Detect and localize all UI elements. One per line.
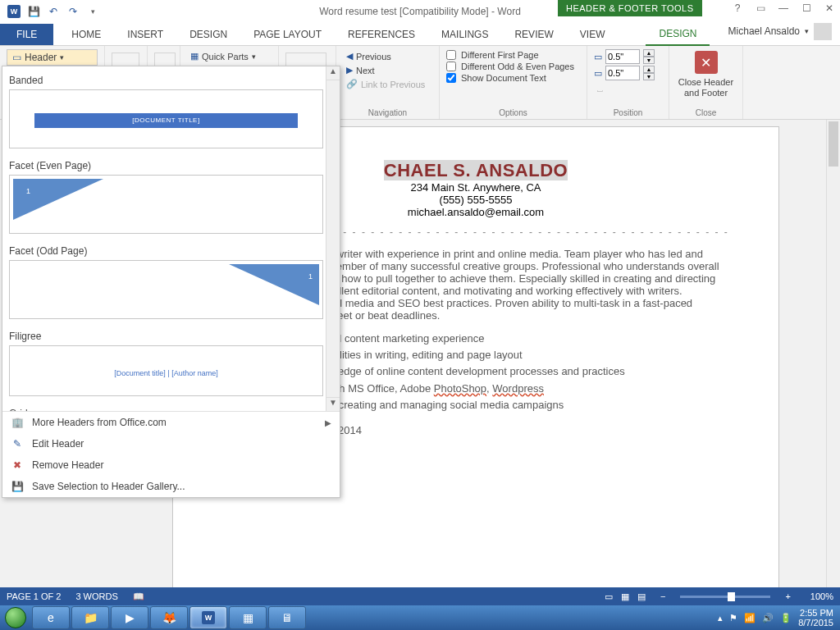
group-navigation: Navigation [336, 108, 439, 117]
link-previous-button: 🔗Link to Previous [343, 77, 432, 91]
tray-flag-icon[interactable]: ⚑ [729, 613, 737, 623]
remove-header[interactable]: ✖Remove Header [2, 454, 340, 476]
remove-icon: ✖ [11, 459, 24, 472]
taskbar-firefox[interactable]: 🦊 [150, 606, 188, 629]
spin-up[interactable]: ▲ [643, 66, 655, 73]
previous-button[interactable]: ◀Previous [343, 49, 432, 63]
header-top-input[interactable] [605, 49, 640, 64]
close-icon[interactable]: ✕ [824, 2, 835, 14]
word-count[interactable]: 3 WORDS [75, 591, 117, 601]
gallery-category: Banded [7, 70, 338, 89]
footer-bottom-icon: ▭ [594, 68, 602, 79]
help-icon[interactable]: ? [732, 2, 743, 14]
page-indicator[interactable]: PAGE 1 OF 2 [7, 591, 61, 601]
banded-title: [DOCUMENT TITLE] [34, 113, 298, 128]
facet-page-num: 1 [26, 187, 30, 195]
insert-align-tab-button[interactable]: ⎵ [594, 82, 662, 95]
gallery-item-facet-even[interactable]: 1 [9, 175, 323, 234]
review-tab[interactable]: REVIEW [501, 24, 566, 45]
references-tab[interactable]: REFERENCES [335, 24, 428, 45]
edit-icon: ✎ [11, 437, 24, 450]
account-name: Michael Ansaldo [728, 25, 800, 37]
edit-header[interactable]: ✎Edit Header [2, 433, 340, 454]
tray-volume-icon[interactable]: 🔊 [762, 613, 774, 623]
gallery-category: Grid [7, 403, 338, 411]
gallery-item-facet-odd[interactable]: 1 [9, 260, 323, 319]
app-icon: ▦ [243, 611, 253, 624]
window-title: Word resume test [Compatibility Mode] - … [319, 6, 521, 17]
insert-tab[interactable]: INSERT [114, 24, 176, 45]
gallery-item-banded[interactable]: [DOCUMENT TITLE] [9, 89, 323, 148]
gallery-item-filigree[interactable]: [Document title] | [Author name] [9, 345, 323, 396]
taskbar-app1[interactable]: ▦ [229, 606, 267, 629]
diff-first-page-checkbox[interactable]: Different First Page [446, 49, 580, 61]
vertical-scrollbar[interactable] [826, 120, 840, 587]
diff-odd-even-checkbox[interactable]: Different Odd & Even Pages [446, 61, 580, 72]
print-layout-icon[interactable]: ▦ [621, 591, 629, 602]
undo-icon[interactable]: ↶ [44, 2, 62, 21]
maximize-icon[interactable]: ☐ [801, 2, 812, 14]
design-tab[interactable]: DESIGN [176, 24, 240, 45]
header-gallery-button[interactable]: ▭Header▾ [7, 49, 98, 66]
gallery-scrollbar[interactable]: ▲▼ [326, 66, 340, 411]
tray-power-icon[interactable]: 🔋 [780, 613, 792, 623]
minimize-icon[interactable]: — [778, 2, 789, 14]
close-x-icon: ✕ [695, 51, 718, 74]
facet-page-num: 1 [308, 272, 313, 281]
home-tab[interactable]: HOME [58, 24, 114, 45]
avatar [814, 22, 832, 40]
ie-icon: e [48, 611, 54, 624]
start-button[interactable] [0, 605, 31, 630]
spin-up[interactable]: ▲ [643, 49, 655, 57]
spin-down[interactable]: ▼ [643, 57, 655, 64]
ribbon-options-icon[interactable]: ▭ [755, 2, 766, 14]
proofing-icon[interactable]: 📖 [133, 591, 144, 602]
spin-down[interactable]: ▼ [643, 73, 655, 80]
quick-parts-button[interactable]: ▦Quick Parts▾ [187, 49, 272, 63]
hf-design-tab[interactable]: DESIGN [646, 23, 710, 46]
header-gallery-dropdown: ▲▼ Banded [DOCUMENT TITLE] Facet (Even P… [2, 66, 340, 498]
header-top-icon: ▭ [594, 52, 602, 62]
qat-customize-icon[interactable]: ▾ [84, 2, 102, 21]
group-close: Close [669, 108, 742, 117]
gallery-category: Facet (Odd Page) [7, 240, 338, 260]
tray-network-icon[interactable]: 📶 [744, 613, 756, 623]
contextual-tab-label: HEADER & FOOTER TOOLS [558, 0, 702, 16]
taskbar-ie[interactable]: e [32, 606, 70, 629]
word-icon[interactable]: W [5, 2, 23, 21]
save-icon[interactable]: 💾 [25, 2, 43, 21]
more-headers-office[interactable]: 🏢More Headers from Office.com▶ [2, 412, 340, 433]
tray-expand-icon[interactable]: ▴ [718, 613, 723, 623]
media-icon: ▶ [126, 611, 135, 624]
taskbar-media[interactable]: ▶ [111, 606, 148, 629]
redo-icon[interactable]: ↷ [64, 2, 82, 21]
zoom-slider[interactable] [680, 596, 770, 598]
filigree-text: [Document title] | [Author name] [10, 369, 322, 377]
monitor-icon: 🖥 [281, 611, 293, 624]
firefox-icon: 🦊 [162, 611, 176, 624]
taskbar-word[interactable]: W [189, 606, 227, 629]
close-header-footer-button[interactable]: ✕ Close Header and Footer [676, 49, 736, 98]
page-layout-tab[interactable]: PAGE LAYOUT [240, 24, 335, 45]
web-layout-icon[interactable]: ▤ [637, 591, 646, 602]
taskbar-app2[interactable]: 🖥 [268, 606, 306, 629]
footer-bottom-input[interactable] [605, 66, 640, 80]
file-tab[interactable]: FILE [0, 24, 53, 45]
group-options: Options [440, 108, 587, 117]
next-button[interactable]: ▶Next [343, 63, 432, 77]
zoom-in-icon[interactable]: + [785, 591, 790, 601]
read-mode-icon[interactable]: ▭ [605, 591, 613, 602]
show-doc-text-checkbox[interactable]: Show Document Text [446, 72, 580, 84]
gallery-category: Facet (Even Page) [7, 155, 338, 175]
zoom-level[interactable]: 100% [810, 591, 833, 601]
gallery-category: Filigree [7, 326, 338, 345]
view-tab[interactable]: VIEW [567, 24, 619, 45]
taskbar-explorer[interactable]: 📁 [71, 606, 109, 629]
mailings-tab[interactable]: MAILINGS [428, 24, 501, 45]
system-clock[interactable]: 2:55 PM8/7/2015 [798, 608, 833, 628]
save-to-gallery[interactable]: 💾Save Selection to Header Gallery... [2, 476, 340, 497]
zoom-out-icon[interactable]: − [660, 591, 665, 601]
office-icon: 🏢 [11, 416, 24, 429]
save-icon: 💾 [11, 480, 24, 493]
group-position: Position [587, 108, 669, 117]
